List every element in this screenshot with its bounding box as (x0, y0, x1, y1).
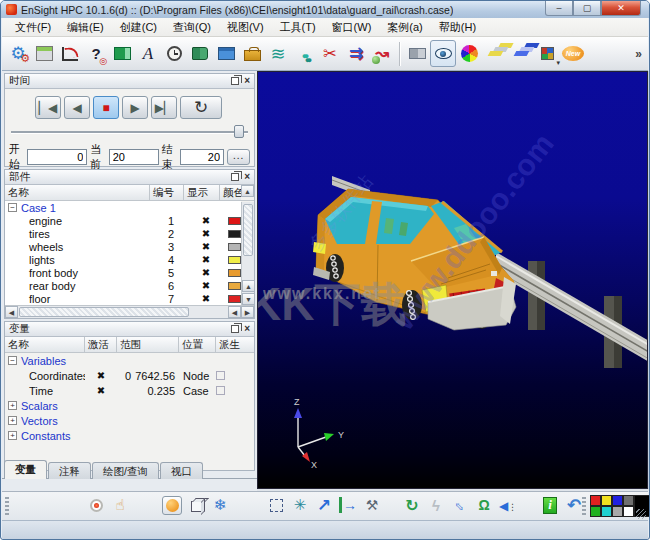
tools-icon[interactable] (362, 495, 382, 515)
part-color-swatch[interactable] (228, 282, 241, 290)
float-panel-icon[interactable] (231, 173, 239, 181)
menu-item-v[interactable]: 视图(V) (220, 19, 271, 36)
toolbar-drag-handle[interactable] (5, 497, 9, 515)
tab-注释[interactable]: 注释 (48, 462, 91, 479)
viewport-layout-icon[interactable] (109, 40, 135, 67)
palette-color-swatch[interactable] (623, 506, 634, 517)
variables-group-row[interactable]: +Scalars (5, 398, 254, 413)
variable-derived-checkbox[interactable] (216, 371, 225, 380)
hand-select-icon[interactable] (110, 495, 130, 515)
maximize-button[interactable]: ▢ (573, 1, 601, 16)
variable-row[interactable]: Coordinates✖07642.56Node (5, 368, 254, 383)
solution-time-icon[interactable] (161, 40, 187, 67)
pick-asterisk-icon[interactable] (290, 495, 310, 515)
parts-hscrollbar[interactable]: ◀ ◀ ▶ (5, 305, 254, 318)
variables-panel-titlebar[interactable]: 变量 × (5, 322, 254, 337)
menu-item-e[interactable]: 编辑(E) (60, 19, 111, 36)
end-time-input[interactable] (180, 149, 224, 165)
palette-color-swatch[interactable] (612, 506, 623, 517)
step-backward-button[interactable]: ◀ (64, 96, 90, 119)
toolbar-drag-handle[interactable] (582, 497, 586, 515)
parts-gears-icon[interactable] (5, 40, 31, 67)
flipbook-animation-icon[interactable] (213, 40, 239, 67)
variable-active-mark[interactable]: ✖ (85, 385, 117, 396)
float-panel-icon[interactable] (231, 77, 239, 85)
part-visible-mark[interactable]: ✖ (188, 293, 224, 304)
collapse-icon[interactable]: − (8, 203, 17, 212)
part-visible-mark[interactable]: ✖ (188, 267, 224, 278)
rotate-icon[interactable] (402, 495, 422, 515)
variables-group-row[interactable]: −Variables (5, 353, 254, 368)
resize-grip[interactable] (636, 509, 646, 519)
contour-create-icon[interactable] (265, 40, 291, 67)
clip-create-icon[interactable] (317, 40, 343, 67)
particle-trace-create-icon[interactable] (369, 40, 395, 67)
parts-panel-titlebar[interactable]: 部件 × (5, 170, 254, 185)
palette-color-swatch[interactable] (612, 495, 623, 506)
part-color-swatch[interactable] (228, 295, 241, 303)
part-color-swatch[interactable] (228, 230, 241, 238)
toolbox-icon[interactable] (239, 40, 265, 67)
menu-item-c[interactable]: 创建(C) (113, 19, 164, 36)
query-plot-icon[interactable] (57, 40, 83, 67)
color-legend-icon[interactable] (404, 40, 430, 67)
col-name[interactable]: 名称 (5, 185, 150, 200)
part-visible-mark[interactable]: ✖ (188, 254, 224, 265)
view-direction-icon[interactable] (498, 495, 518, 515)
resize-arrows-icon[interactable] (450, 495, 470, 515)
col-active[interactable]: 激活 (85, 337, 117, 352)
tab-变量[interactable]: 变量 (4, 460, 47, 479)
col-id[interactable]: 编号 (150, 185, 184, 200)
exit-arrow-icon[interactable] (338, 495, 358, 515)
blue-layers-icon[interactable] (508, 40, 534, 67)
time-slider-handle[interactable] (234, 125, 244, 138)
palette-color-swatch[interactable] (601, 495, 612, 506)
gray-layers-icon[interactable] (482, 40, 508, 67)
scroll-left-icon[interactable]: ◀ (228, 306, 241, 318)
col-location[interactable]: 位置 (179, 337, 216, 352)
new-features-icon[interactable] (560, 40, 586, 67)
cube-view-icon[interactable] (186, 495, 206, 515)
menu-item-t[interactable]: 工具(T) (273, 19, 323, 36)
jump-to-end-button[interactable]: ▶▏ (151, 96, 177, 119)
menu-item-h[interactable]: 帮助(H) (432, 19, 483, 36)
variable-row[interactable]: Time✖0.235Case (5, 383, 254, 398)
part-row[interactable]: rear body6✖ (5, 279, 241, 292)
expand-icon[interactable]: + (8, 431, 17, 440)
calculator-icon[interactable] (31, 40, 57, 67)
current-time-input[interactable] (109, 149, 159, 165)
menu-item-q[interactable]: 查询(Q) (166, 19, 218, 36)
part-visible-mark[interactable]: ✖ (188, 228, 224, 239)
scroll-left-icon[interactable]: ◀ (5, 306, 18, 318)
col-show[interactable]: 显示 (184, 185, 220, 200)
part-row[interactable]: wheels3✖ (5, 240, 241, 253)
variable-derived-checkbox[interactable] (216, 386, 225, 395)
record-icon[interactable] (86, 495, 106, 515)
time-panel-titlebar[interactable]: 时间 × (5, 74, 254, 89)
scroll-up-icon[interactable]: ▲ (242, 280, 255, 292)
uturn-reset-icon[interactable] (474, 495, 494, 515)
expand-icon[interactable]: + (8, 416, 17, 425)
variables-group-row[interactable]: +Vectors (5, 413, 254, 428)
snowflake-select-icon[interactable] (210, 495, 230, 515)
palette-color-swatch[interactable] (590, 506, 601, 517)
command-log-icon[interactable] (187, 40, 213, 67)
stop-button[interactable]: ■ (93, 96, 119, 119)
collapse-icon[interactable]: − (8, 356, 17, 365)
part-row[interactable]: floor7✖ (5, 292, 241, 305)
color-grid-icon[interactable] (534, 40, 560, 67)
part-visible-mark[interactable]: ✖ (188, 241, 224, 252)
isosurface-create-icon[interactable] (291, 40, 317, 67)
palette-color-swatch[interactable] (601, 506, 612, 517)
annotation-icon[interactable] (135, 40, 161, 67)
col-derived[interactable]: 派生 (216, 337, 254, 352)
vscroll-thumb[interactable] (243, 204, 253, 256)
close-button[interactable]: ✕ (601, 1, 641, 16)
undo-icon[interactable] (564, 495, 584, 515)
hscroll-thumb[interactable] (19, 307, 189, 317)
marquee-select-icon[interactable] (266, 495, 286, 515)
part-row[interactable]: lights4✖ (5, 253, 241, 266)
close-panel-icon[interactable]: × (244, 77, 250, 85)
parts-case-row[interactable]: −Case 1 (5, 201, 241, 214)
step-forward-button[interactable]: ▶ (122, 96, 148, 119)
